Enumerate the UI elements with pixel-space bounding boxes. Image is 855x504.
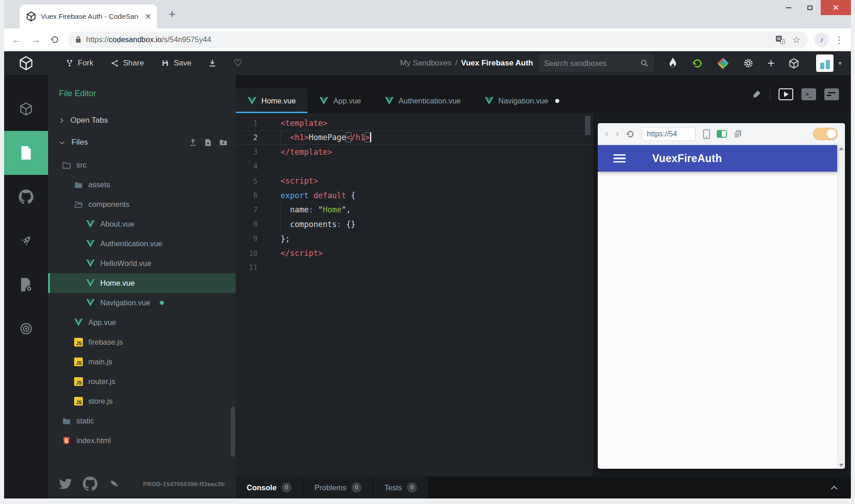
file-name: Home.vue [100,279,135,287]
code-line[interactable]: 6export default { [236,188,594,203]
chevron-down-icon[interactable]: ▾ [838,59,842,67]
preview-url-input[interactable]: https://54 [642,127,696,141]
browser-preview-icon[interactable] [779,88,793,100]
code-editor[interactable]: 1<template>2 <h1>HomePage</h1>3</templat… [236,113,594,477]
prettier-brush-icon[interactable] [752,89,762,99]
console-tab-problems[interactable]: Problems0 [303,477,373,499]
file-tree-item[interactable]: src [48,155,236,175]
code-line[interactable]: 5<script> [236,173,594,188]
breadcrumb-group[interactable]: My Sandboxes [400,59,451,68]
download-icon[interactable] [208,59,217,68]
file-tree-item[interactable]: Home.vue [48,273,236,293]
like-heart-icon[interactable]: ♡ [233,58,242,69]
file-tree-item[interactable]: App.vue [48,313,236,332]
line-number: 6 [236,191,265,200]
chevron-up-icon[interactable] [830,485,851,490]
code-line[interactable]: 3</template> [236,145,594,159]
hamburger-menu-icon[interactable] [613,154,626,163]
file-tree-item[interactable]: assets [48,175,236,195]
file-tree-item[interactable]: Navigation.vue [48,293,236,313]
file-editor-icon[interactable] [4,131,48,175]
editor-scrollbar[interactable] [582,113,594,477]
new-folder-icon[interactable] [219,139,227,146]
copy-icon[interactable] [733,130,742,138]
fork-button[interactable]: Fork [65,59,93,68]
rocket-icon[interactable] [4,219,48,263]
file-tree-item[interactable]: components [48,195,236,214]
preview-forward-icon[interactable]: › [616,129,619,139]
terminal-icon[interactable]: >_ [801,88,816,100]
device-icon[interactable] [703,129,710,139]
scroll-down-icon[interactable] [839,464,844,467]
files-section[interactable]: Files [48,131,236,153]
sandbox-title[interactable]: Vuex Firebase Auth [461,59,533,68]
twitter-icon[interactable] [59,478,72,489]
console-tab-console[interactable]: Console0 [236,477,303,499]
flame-icon[interactable] [668,57,678,69]
sandbox-cube-icon[interactable] [4,87,48,131]
code-line[interactable]: 9}; [236,232,594,246]
code-line[interactable]: 11 [236,260,594,275]
refresh-icon[interactable] [692,58,703,69]
user-avatar[interactable] [816,54,833,72]
file-tree-item[interactable]: index.html [48,431,236,450]
settings-icon[interactable] [743,58,754,69]
github-icon[interactable] [4,175,48,219]
sidebar-scrollbar[interactable] [231,406,235,457]
forward-icon[interactable]: → [31,34,41,46]
preview-back-icon[interactable]: ‹ [605,129,609,139]
gem-icon[interactable] [717,57,729,70]
editor-tab[interactable]: Authentication.vue [373,88,473,113]
responsive-green-icon[interactable] [717,130,727,138]
code-line[interactable]: 10</script> [236,246,594,260]
browser-tab[interactable]: Vuex Firebase Auth - CodeSan ✕ [20,5,157,28]
file-tree-item[interactable]: HelloWorld.vue [48,254,236,273]
swoosh-icon[interactable] [108,478,119,489]
code-line[interactable]: 2 <h1>HomePage</h1> [236,130,594,145]
codesandbox-logo-icon[interactable] [4,56,48,70]
minimize-button[interactable] [778,0,799,15]
browser-menu-icon[interactable]: ⋮ [834,34,844,45]
upload-icon[interactable] [189,139,197,146]
preview-scrollbar[interactable] [837,145,845,469]
editor-tab[interactable]: App.vue [308,88,373,113]
code-line[interactable]: 8 components: {} [236,217,594,232]
code-line[interactable]: 1<template> [236,116,594,130]
search-sandboxes-input[interactable]: Search sandboxes [539,54,654,72]
back-icon[interactable]: ← [11,34,22,46]
scroll-up-icon[interactable] [839,147,844,150]
maximize-button[interactable] [799,0,821,15]
file-tree-item[interactable]: JSfirebase.js [48,332,236,352]
plus-icon[interactable]: + [768,57,775,70]
extension-music-icon[interactable]: ♪ [814,33,829,47]
file-tree-item[interactable]: JSmain.js [48,352,236,372]
translate-icon[interactable]: GA [776,36,785,44]
console-tab-tests[interactable]: Tests0 [373,477,428,499]
file-settings-icon[interactable] [4,263,48,307]
sandbox-icon[interactable] [788,58,800,69]
file-tree-item[interactable]: Authentication.vue [48,234,236,254]
new-tab-button[interactable]: + [165,7,179,21]
save-button[interactable]: Save [161,59,191,68]
preview-toggle[interactable] [813,128,838,140]
editor-tab[interactable]: Navigation.vue [473,88,571,113]
github-icon[interactable] [83,477,97,491]
address-bar[interactable]: https://codesandbox.io/s/54n9575y44 GA ☆ [68,32,808,48]
layout-icon[interactable] [824,88,839,100]
preview-refresh-icon[interactable] [626,130,635,139]
share-button[interactable]: Share [111,59,144,68]
reload-icon[interactable] [50,35,60,44]
file-tree-item[interactable]: JSrouter.js [48,372,236,391]
close-button[interactable]: ✕ [821,0,851,15]
code-line[interactable]: 4 [236,159,594,174]
open-tabs-section[interactable]: Open Tabs [48,109,236,131]
bookmark-star-icon[interactable]: ☆ [792,34,801,45]
new-file-icon[interactable] [205,139,211,146]
editor-tab[interactable]: Home.vue [236,88,308,113]
file-tree-item[interactable]: static [48,411,236,431]
code-line[interactable]: 7 name: "Home", [236,203,594,217]
file-tree-item[interactable]: About.vue [48,214,236,234]
file-tree-item[interactable]: JSstore.js [48,391,236,411]
live-icon[interactable] [4,307,48,351]
tab-close-icon[interactable]: ✕ [145,12,152,22]
